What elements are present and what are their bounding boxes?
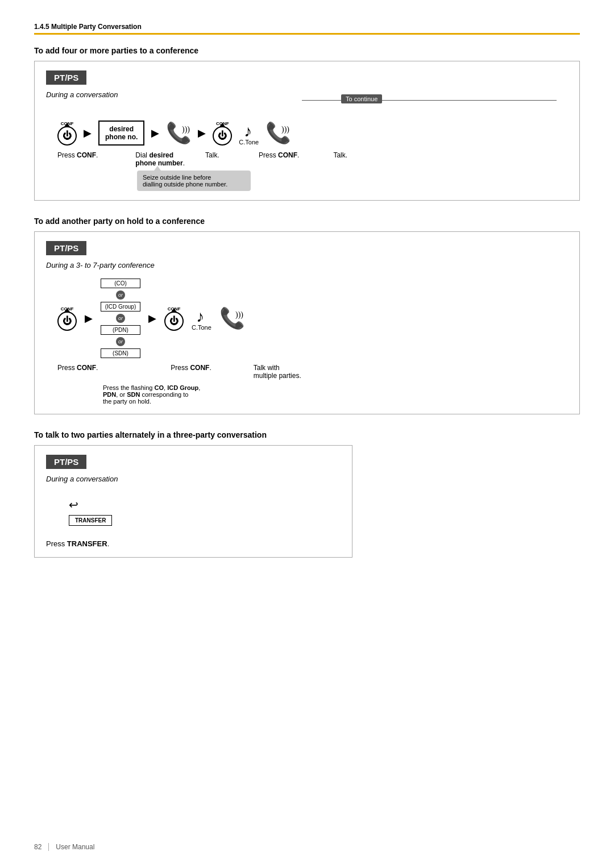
desired-phone-box: desired phone no. (98, 121, 144, 146)
arrow-4: ▶ (85, 312, 93, 325)
section3-ptps-bar: PT/PS (46, 455, 86, 469)
page-footer: 82 User Manual (34, 843, 94, 851)
to-continue-badge: To continue (341, 94, 382, 103)
svg-text:♪: ♪ (196, 308, 204, 324)
section2-step3: CONF ⏻ (164, 306, 184, 331)
section2-label4: Talk withmultiple parties. (254, 364, 301, 380)
section2-step1: CONF ⏻ (57, 306, 77, 331)
section1-diagram: PT/PS During a conversation To continue … (34, 61, 580, 201)
section1-ctone: ♪ C.Tone (239, 121, 259, 146)
hold-btn-icd: (ICD Group) (101, 302, 140, 312)
section1-step5: 📞 ))) (265, 122, 291, 144)
transfer-button-area: ↩ TRANSFER (69, 498, 112, 526)
transfer-icon: ↩ (69, 498, 78, 512)
handset-icon-3: 📞 ))) (219, 307, 244, 330)
section-header: 1.4.5 Multiple Party Conversation (34, 23, 580, 35)
svg-text:♪: ♪ (244, 122, 252, 139)
section2-ctone: ♪ C.Tone (192, 306, 211, 331)
section2-during-label: During a 3- to 7-party conference (46, 261, 568, 269)
section1-title: To add four or more parties to a confere… (34, 46, 580, 55)
conf-button-3: CONF ⏻ (57, 306, 77, 331)
section3-title: To talk to two parties alternately in a … (34, 430, 580, 439)
section2-label1: Press CONF. (57, 364, 98, 372)
ctone-icon-1: ♪ (244, 121, 254, 139)
conf-circle-4: ⏻ (164, 312, 184, 331)
arrow-2: ▶ (151, 127, 159, 139)
handset-icon-1: 📞 ))) (166, 122, 191, 144)
conf-button-4: CONF ⏻ (164, 306, 184, 331)
handset-icon-2: 📞 ))) (265, 122, 291, 144)
section1-label2: Dial desiredphone number. (135, 151, 185, 167)
section2-diagram: PT/PS During a 3- to 7-party conference … (34, 231, 580, 414)
conf-button-2: CONF ⏻ (213, 121, 232, 146)
or-label-1: or (116, 290, 125, 300)
section2-step2: (CO) or (ICD Group) or (PDN) or (SDN) (101, 279, 140, 358)
section1-step1: CONF ⏻ (57, 121, 77, 146)
conf-circle-2: ⏻ (213, 126, 232, 146)
arrow-5: ▶ (148, 312, 156, 325)
section1-step2: desired phone no. (98, 121, 144, 146)
or-label-3: or (116, 337, 125, 346)
section2-step4: 📞 ))) (219, 307, 244, 330)
transfer-box: TRANSFER (69, 515, 112, 526)
section1-step4: CONF ⏻ (213, 121, 232, 146)
section1-ptps-bar: PT/PS (46, 70, 86, 85)
svg-text:))): ))) (281, 125, 289, 134)
svg-text:))): ))) (182, 125, 190, 134)
conf-circle-1: ⏻ (57, 126, 77, 146)
conf-circle-3: ⏻ (57, 312, 77, 331)
section2-hold-note: Press the flashing CO, ICD Group, PDN, o… (103, 384, 239, 405)
ctone-icon-2: ♪ (196, 306, 206, 324)
arrow-1: ▶ (84, 127, 92, 139)
section1-tooltip: Seize outside line beforedialling outsid… (137, 171, 251, 191)
hold-btn-pdn: (PDN) (101, 325, 140, 335)
hold-btn-co: (CO) (101, 279, 140, 288)
section1-label4: Press CONF. (259, 151, 299, 159)
hold-options: (CO) or (ICD Group) or (PDN) or (SDN) (101, 279, 140, 358)
section3-diagram: PT/PS During a conversation ↩ TRANSFER P… (34, 445, 352, 558)
section3-during-label: During a conversation (46, 475, 341, 483)
section3-step-label: Press TRANSFER. (46, 539, 341, 548)
section1-during-label: During a conversation (46, 90, 568, 99)
section1-step3: 📞 ))) (166, 122, 191, 144)
section1-label3: Talk. (205, 151, 230, 159)
hold-btn-sdn: (SDN) (101, 348, 140, 358)
arrow-3: ▶ (198, 127, 206, 139)
section1-label5: Talk. (333, 151, 379, 159)
section2-label3: Press CONF. (171, 364, 211, 372)
section2-title: To add another party on hold to a confer… (34, 217, 580, 226)
section1-label1: Press CONF. (57, 151, 98, 159)
section2-ptps-bar: PT/PS (46, 241, 86, 255)
svg-text:))): ))) (235, 310, 243, 319)
or-label-2: or (116, 314, 125, 323)
conf-button-1: CONF ⏻ (57, 121, 77, 146)
